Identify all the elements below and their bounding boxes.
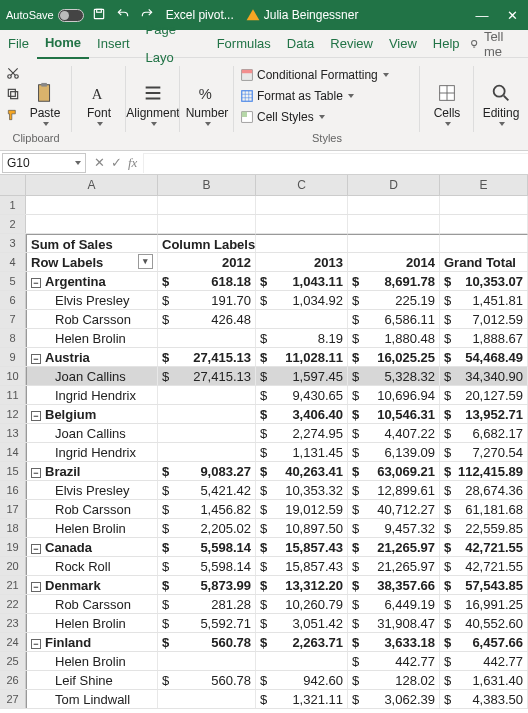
row-header[interactable]: 16 xyxy=(0,481,26,499)
fx-icon[interactable]: fx xyxy=(128,155,137,171)
cell[interactable] xyxy=(26,215,158,233)
cell[interactable] xyxy=(26,196,158,214)
cell[interactable]: $27,415.13 xyxy=(158,348,256,366)
col-header-a[interactable]: A xyxy=(26,175,158,195)
cell[interactable]: $42,721.55 xyxy=(440,538,528,556)
number-button[interactable]: % Number xyxy=(186,64,228,126)
cell[interactable]: −Austria xyxy=(26,348,158,366)
collapse-icon[interactable]: − xyxy=(31,639,41,649)
tab-formulas[interactable]: Formulas xyxy=(209,30,279,58)
row-header[interactable]: 13 xyxy=(0,424,26,442)
row-header[interactable]: 5 xyxy=(0,272,26,290)
cell[interactable] xyxy=(256,310,348,328)
cell[interactable]: $10,546.31 xyxy=(348,405,440,423)
cell[interactable]: $31,908.47 xyxy=(348,614,440,632)
collapse-icon[interactable]: − xyxy=(31,544,41,554)
row-header[interactable]: 11 xyxy=(0,386,26,404)
cell[interactable] xyxy=(158,329,256,347)
cell[interactable] xyxy=(440,215,528,233)
cell[interactable]: −Denmark xyxy=(26,576,158,594)
name-box[interactable]: G10 xyxy=(2,153,86,173)
cell[interactable]: Helen Brolin xyxy=(26,329,158,347)
cell[interactable]: $61,181.68 xyxy=(440,500,528,518)
cell[interactable]: Sum of Sales xyxy=(26,234,158,252)
tab-help[interactable]: Help xyxy=(425,30,468,58)
cell[interactable]: $63,069.21 xyxy=(348,462,440,480)
format-as-table-button[interactable]: Format as Table xyxy=(240,87,414,105)
cell[interactable]: $5,592.71 xyxy=(158,614,256,632)
row-header[interactable]: 14 xyxy=(0,443,26,461)
cell[interactable]: Column Labels ▾ xyxy=(158,234,256,252)
cell-styles-button[interactable]: Cell Styles xyxy=(240,108,414,126)
cell[interactable]: $6,457.66 xyxy=(440,633,528,651)
cell[interactable]: $1,043.11 xyxy=(256,272,348,290)
cell[interactable] xyxy=(256,215,348,233)
cell[interactable]: $3,051.42 xyxy=(256,614,348,632)
editing-button[interactable]: Editing xyxy=(480,64,522,126)
cut-icon[interactable] xyxy=(6,66,20,83)
row-header[interactable]: 23 xyxy=(0,614,26,632)
cell[interactable]: $7,012.59 xyxy=(440,310,528,328)
cell[interactable]: $10,260.79 xyxy=(256,595,348,613)
cell[interactable]: $3,062.39 xyxy=(348,690,440,708)
cell[interactable]: $2,205.02 xyxy=(158,519,256,537)
alignment-button[interactable]: Alignment xyxy=(132,64,174,126)
cell[interactable]: $12,899.61 xyxy=(348,481,440,499)
cell[interactable]: $10,696.94 xyxy=(348,386,440,404)
row-header[interactable]: 22 xyxy=(0,595,26,613)
cell[interactable]: $5,598.14 xyxy=(158,538,256,556)
row-header[interactable]: 9 xyxy=(0,348,26,366)
cell[interactable]: $4,383.50 xyxy=(440,690,528,708)
cells-button[interactable]: Cells xyxy=(426,64,468,126)
cell[interactable]: $8,691.78 xyxy=(348,272,440,290)
cell[interactable]: $1,034.92 xyxy=(256,291,348,309)
row-header[interactable]: 27 xyxy=(0,690,26,708)
cell[interactable]: $15,857.43 xyxy=(256,557,348,575)
row-header[interactable]: 10 xyxy=(0,367,26,385)
cell[interactable] xyxy=(158,424,256,442)
cell[interactable]: Helen Brolin xyxy=(26,614,158,632)
cell[interactable]: $128.02 xyxy=(348,671,440,689)
cell[interactable]: $1,131.45 xyxy=(256,443,348,461)
row-header[interactable]: 26 xyxy=(0,671,26,689)
cell[interactable]: Ingrid Hendrix xyxy=(26,386,158,404)
cell[interactable]: Elvis Presley xyxy=(26,291,158,309)
row-header[interactable]: 24 xyxy=(0,633,26,651)
row-header[interactable]: 1 xyxy=(0,196,26,214)
cell[interactable]: $6,139.09 xyxy=(348,443,440,461)
cell[interactable] xyxy=(348,234,440,252)
cell[interactable]: $5,873.99 xyxy=(158,576,256,594)
cell[interactable]: Row Labels ▾ xyxy=(26,253,158,271)
cell[interactable] xyxy=(158,652,256,670)
cell[interactable]: 2013 xyxy=(256,253,348,271)
cell[interactable]: $21,265.97 xyxy=(348,538,440,556)
user-badge[interactable]: Julia Beingessner xyxy=(246,8,359,22)
cell[interactable]: $442.77 xyxy=(440,652,528,670)
cell[interactable]: $38,357.66 xyxy=(348,576,440,594)
row-header[interactable]: 6 xyxy=(0,291,26,309)
cell[interactable]: $2,274.95 xyxy=(256,424,348,442)
cell[interactable]: $5,598.14 xyxy=(158,557,256,575)
cell[interactable]: Rob Carsson xyxy=(26,500,158,518)
cell[interactable]: $6,449.19 xyxy=(348,595,440,613)
cell[interactable]: $3,406.40 xyxy=(256,405,348,423)
formula-input[interactable] xyxy=(143,153,528,173)
cell[interactable]: Helen Brolin xyxy=(26,519,158,537)
row-header[interactable]: 4 xyxy=(0,253,26,271)
cell[interactable] xyxy=(158,196,256,214)
cell[interactable] xyxy=(158,690,256,708)
minimize-button[interactable]: — xyxy=(472,8,492,23)
cell[interactable]: Rob Carsson xyxy=(26,595,158,613)
cell[interactable] xyxy=(348,215,440,233)
cell[interactable]: Ingrid Hendrix xyxy=(26,443,158,461)
cell[interactable]: Helen Brolin xyxy=(26,652,158,670)
cell[interactable]: $191.70 xyxy=(158,291,256,309)
row-header[interactable]: 7 xyxy=(0,310,26,328)
close-button[interactable]: ✕ xyxy=(502,8,522,23)
col-header-d[interactable]: D xyxy=(348,175,440,195)
cell[interactable]: $57,543.85 xyxy=(440,576,528,594)
cell[interactable]: $618.18 xyxy=(158,272,256,290)
cell[interactable]: $27,415.13 xyxy=(158,367,256,385)
cell[interactable] xyxy=(440,234,528,252)
save-icon[interactable] xyxy=(92,7,106,24)
